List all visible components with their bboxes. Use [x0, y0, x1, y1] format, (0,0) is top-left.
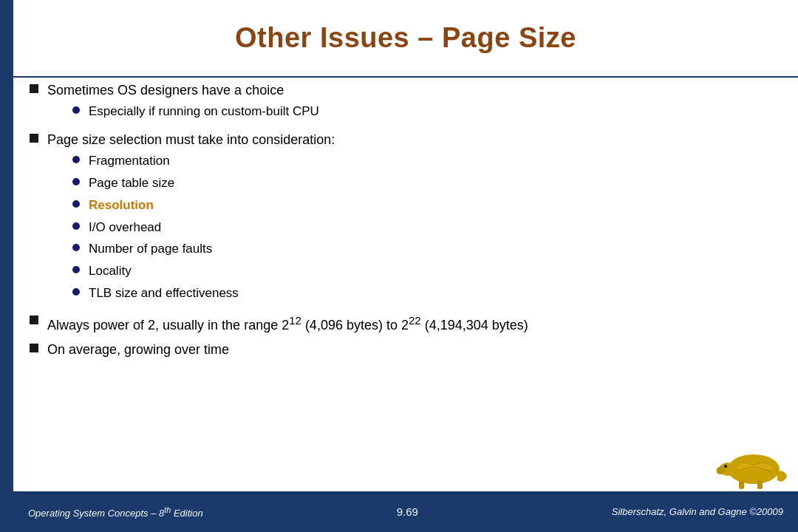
bullet1-content: Sometimes OS designers have a choice Esp…	[47, 81, 319, 125]
list-item: Especially if running on custom-built CP…	[72, 103, 319, 120]
svg-rect-14	[757, 480, 763, 489]
list-item: Resolution	[72, 197, 335, 214]
list-item: Sometimes OS designers have a choice Esp…	[30, 81, 783, 125]
footer-page-number: 9.69	[397, 505, 418, 518]
slide-title: Other Issues – Page Size	[235, 22, 576, 54]
list-item: Locality	[72, 262, 335, 280]
bullet-circle-icon	[72, 106, 80, 114]
list-item: Page size selection must take into consi…	[30, 131, 783, 307]
list-item: Always power of 2, usually in the range …	[30, 313, 783, 335]
bullet3-mid1: (4,096 bytes) to 2	[301, 318, 409, 332]
bullet3-mid2: (4,194,304 bytes)	[421, 318, 528, 332]
resolution-text: Resolution	[89, 197, 154, 214]
bullet-circle-icon	[72, 266, 80, 273]
bullet-circle-icon	[72, 200, 80, 208]
list-item: TLB size and effectiveness	[72, 284, 335, 302]
sub-item-text: TLB size and effectiveness	[89, 284, 239, 302]
list-item: Fragmentation	[72, 152, 335, 170]
bullet-circle-icon	[72, 288, 80, 296]
dino-bottom	[717, 436, 791, 491]
sub-item-text: Page table size	[89, 174, 174, 192]
bullet3-before: Always power of 2, usually in the range …	[47, 318, 289, 332]
bullet1-text: Sometimes OS designers have a choice	[47, 83, 284, 98]
sub-item-text: Locality	[89, 262, 132, 280]
bullet2-text: Page size selection must take into consi…	[47, 132, 335, 147]
main-content: Sometimes OS designers have a choice Esp…	[30, 81, 783, 488]
sub-item-text: Especially if running on custom-built CP…	[89, 103, 319, 120]
bullet-circle-icon	[72, 156, 80, 163]
footer-copyright: Silberschatz, Galvin and Gagne ©20009	[612, 506, 783, 517]
bullet2-content: Page size selection must take into consi…	[47, 131, 335, 307]
sub-item-text: Number of page faults	[89, 240, 212, 258]
bullet-square-icon	[30, 344, 38, 352]
bullet-circle-icon	[72, 244, 80, 251]
bullet3-text: Always power of 2, usually in the range …	[47, 313, 528, 335]
sub-item-text: Fragmentation	[89, 152, 170, 170]
list-item: On average, growing over time	[30, 341, 783, 359]
svg-rect-13	[739, 480, 744, 489]
svg-point-12	[724, 465, 727, 468]
list-item: Number of page faults	[72, 240, 335, 258]
bullet4-text: On average, growing over time	[47, 341, 229, 359]
sidebar-accent	[0, 0, 13, 532]
footer-edition: Operating System Concepts – 8th Edition	[28, 505, 203, 518]
bullet-square-icon	[30, 84, 38, 93]
bullet-circle-icon	[72, 178, 80, 185]
list-item: Page table size	[72, 174, 335, 192]
header: Other Issues – Page Size	[13, 0, 798, 78]
bullet3-sup1: 12	[289, 314, 301, 327]
sub-item-text: I/O overhead	[89, 219, 161, 236]
main-bullet-list: Sometimes OS designers have a choice Esp…	[30, 81, 783, 359]
sub-list-1: Especially if running on custom-built CP…	[72, 103, 319, 120]
bullet-square-icon	[30, 316, 38, 324]
sub-list-2: Fragmentation Page table size Resolution…	[72, 152, 335, 302]
bullet3-sup2: 22	[409, 314, 421, 327]
bullet-circle-icon	[72, 222, 80, 230]
footer: Operating System Concepts – 8th Edition …	[13, 491, 798, 532]
footer-edition-text: Operating System Concepts – 8th Edition	[28, 508, 203, 519]
list-item: I/O overhead	[72, 219, 335, 236]
bullet-square-icon	[30, 134, 38, 143]
